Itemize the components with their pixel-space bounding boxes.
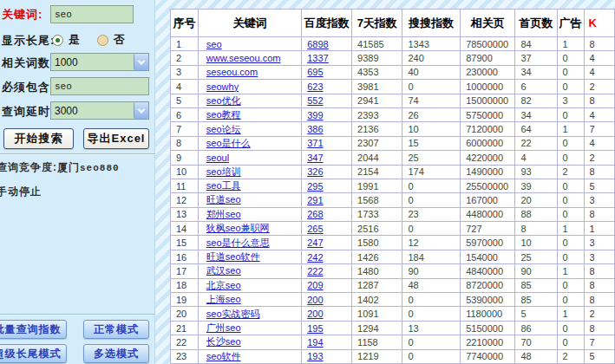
must-contain-input[interactable] xyxy=(50,77,149,95)
query-delay-select[interactable]: 3000 xyxy=(50,101,149,120)
export-excel-button[interactable]: 导出Excel xyxy=(83,128,149,149)
related-pages-cell: 5970000 xyxy=(461,236,515,250)
keyword-link[interactable]: seo教程 xyxy=(206,109,241,120)
baidu-index-link[interactable]: 623 xyxy=(307,81,323,92)
related-pages-cell: 230000 xyxy=(461,65,515,79)
row-index-cell: 11 xyxy=(171,179,199,192)
keyword-link[interactable]: seowhy xyxy=(206,81,239,92)
keyword-link[interactable]: seo工具 xyxy=(206,180,241,191)
multi-select-mode-button[interactable]: 多选模式 xyxy=(83,344,149,363)
row-index-cell: 6 xyxy=(171,107,199,121)
homepage-count-cell: 5 xyxy=(515,307,557,321)
baidu-index-link[interactable]: 247 xyxy=(307,237,323,248)
table-row: 11seo工具29519910255000003905 xyxy=(171,179,615,192)
batch-query-index-button[interactable]: 批量查询指数 xyxy=(0,320,67,339)
baidu-index-link[interactable]: 242 xyxy=(307,252,323,263)
keyword-input[interactable] xyxy=(50,5,134,23)
keyword-link[interactable]: 长沙seo xyxy=(206,336,241,347)
radio-selected-icon[interactable] xyxy=(52,35,63,46)
ads-count-cell: 0 xyxy=(557,179,584,192)
keyword-link[interactable]: 北京seo xyxy=(206,280,241,290)
chevron-down-icon[interactable] xyxy=(134,102,148,119)
baidu-index-link[interactable]: 209 xyxy=(307,280,323,290)
baidu-index-link[interactable]: 193 xyxy=(307,351,323,361)
table-row: 17武汉seo22214809048400009018 xyxy=(171,264,615,278)
seven-day-index-cell: 1287 xyxy=(352,278,402,292)
ads-count-cell: 0 xyxy=(557,278,584,292)
baidu-index-cell: 552 xyxy=(302,94,352,107)
chevron-down-icon[interactable] xyxy=(134,54,148,70)
baidu-index-link[interactable]: 291 xyxy=(307,195,323,205)
keyword-link[interactable]: seo论坛 xyxy=(206,124,241,134)
baidu-index-link[interactable]: 194 xyxy=(307,337,323,348)
baidu-index-link[interactable]: 326 xyxy=(307,166,323,177)
baidu-index-link[interactable]: 268 xyxy=(307,209,323,219)
related-count-select[interactable]: 1000 xyxy=(50,53,149,71)
seven-day-index-cell: 3981 xyxy=(352,80,402,94)
longtail-yes-option[interactable]: 是 xyxy=(52,32,80,48)
seven-day-index-cell: 1991 xyxy=(352,179,402,192)
related-pages-cell: 727 xyxy=(461,222,515,236)
row-index-cell: 18 xyxy=(171,278,199,292)
baidu-index-link[interactable]: 347 xyxy=(307,153,323,163)
baidu-index-link[interactable]: 295 xyxy=(307,181,323,192)
baidu-index-link[interactable]: 386 xyxy=(307,124,323,134)
baidu-index-link[interactable]: 371 xyxy=(307,138,323,148)
related-pages-cell: 78500000 xyxy=(461,37,515,51)
keyword-link[interactable]: seseou.com xyxy=(206,67,258,77)
homepage-count-cell: 37 xyxy=(515,51,557,65)
baidu-index-link[interactable]: 552 xyxy=(307,95,323,106)
baidu-index-link[interactable]: 399 xyxy=(307,110,323,120)
keyword-link[interactable]: seo培训 xyxy=(206,166,241,177)
related-pages-cell: 2210000 xyxy=(461,335,515,349)
keyword-cell: 武汉seo xyxy=(198,264,301,278)
related-pages-cell: 8720000 xyxy=(461,278,515,292)
start-search-button[interactable]: 开始搜索 xyxy=(3,128,74,149)
baidu-index-link[interactable]: 222 xyxy=(307,266,323,276)
soso-index-cell: 0 xyxy=(402,335,461,349)
baidu-index-link[interactable]: 195 xyxy=(307,323,323,334)
longtail-no-option[interactable]: 否 xyxy=(97,32,125,48)
baidu-index-link[interactable]: 6898 xyxy=(307,39,328,49)
soso-index-cell: 174 xyxy=(402,165,461,179)
keyword-link[interactable]: 广州seo xyxy=(206,322,241,333)
keyword-link[interactable]: seo是什么意思 xyxy=(206,237,270,248)
keyword-link[interactable]: 武汉seo xyxy=(206,265,241,276)
normal-mode-button[interactable]: 正常模式 xyxy=(83,320,149,339)
keyword-link[interactable]: seo软件 xyxy=(206,351,241,361)
baidu-index-link[interactable]: 200 xyxy=(307,295,323,305)
table-row: 9seoul3472044254220000402 xyxy=(171,151,615,165)
table-row: 14狄枫seo兼职网26525160727811 xyxy=(171,222,615,236)
k-value-cell: 2 xyxy=(584,307,614,321)
homepage-count-cell: 25 xyxy=(515,250,557,263)
keyword-link[interactable]: seo xyxy=(206,39,222,49)
ads-count-cell: 0 xyxy=(557,293,584,307)
keyword-link[interactable]: 狄枫seo兼职网 xyxy=(206,223,270,233)
keyword-link[interactable]: seo优化 xyxy=(206,95,241,106)
ads-count-cell: 0 xyxy=(557,107,584,121)
soso-index-cell: 40 xyxy=(402,65,461,79)
baidu-index-cell: 209 xyxy=(302,278,352,292)
homepage-count-cell: 39 xyxy=(515,179,557,192)
keyword-link[interactable]: seo是什么 xyxy=(206,138,251,148)
keyword-cell: seo xyxy=(198,37,301,51)
keyword-link[interactable]: 旺道seo xyxy=(206,194,241,205)
baidu-index-link[interactable]: 1337 xyxy=(307,53,328,63)
keyword-link[interactable]: 郑州seo xyxy=(206,209,241,219)
keyword-link[interactable]: www.seseou.com xyxy=(206,53,281,63)
competition-text: 查询竞争度:厦门seo880 xyxy=(0,160,120,175)
radio-unselected-icon[interactable] xyxy=(97,35,108,46)
baidu-index-cell: 194 xyxy=(302,335,352,349)
keyword-link[interactable]: 旺道seo软件 xyxy=(206,251,260,262)
super-longtail-mode-button[interactable]: 超级长尾模式 xyxy=(0,344,67,363)
baidu-index-link[interactable]: 200 xyxy=(307,309,323,319)
keyword-results-table: 序号关键词百度指数7天指数搜搜指数相关页首页数广告K 1seo689841585… xyxy=(170,9,615,364)
homepage-count-cell: 90 xyxy=(515,264,557,278)
keyword-link[interactable]: seoul xyxy=(206,153,229,163)
keyword-link[interactable]: seo实战密码 xyxy=(206,309,260,319)
keyword-link[interactable]: 上海seo xyxy=(206,294,241,304)
row-index-cell: 20 xyxy=(171,307,199,321)
baidu-index-link[interactable]: 265 xyxy=(307,224,323,234)
baidu-index-link[interactable]: 695 xyxy=(307,67,323,77)
keyword-cell: seo优化 xyxy=(198,94,301,107)
